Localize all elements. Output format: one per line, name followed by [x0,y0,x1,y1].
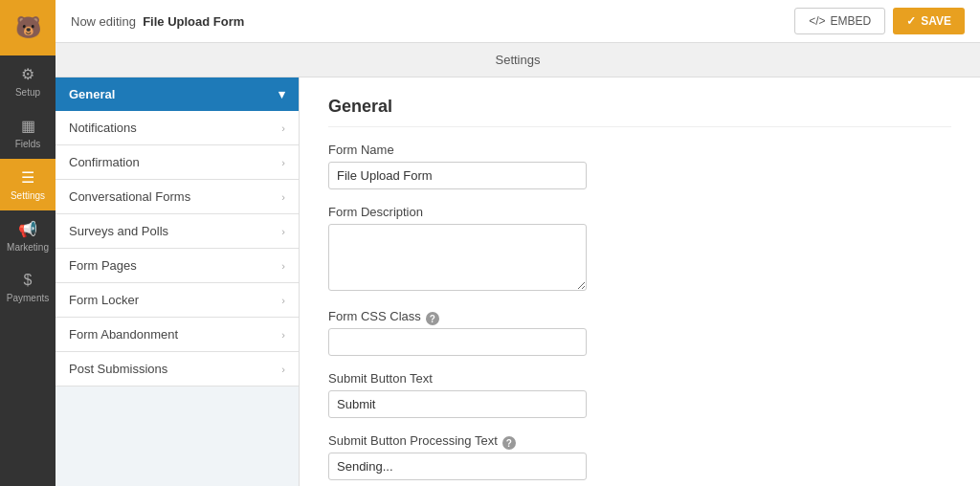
tab-bar: Settings [56,43,980,77]
nav-label-settings: Settings [11,190,45,201]
embed-button[interactable]: </> EMBED [794,8,885,34]
submit-button-text-label: Submit Button Text [328,371,951,386]
chevron-right-icon: › [281,191,285,203]
form-description-group: Form Description [328,205,951,294]
postsubmissions-label: Post Submissions [69,362,167,376]
chevron-right-icon: › [281,295,285,306]
section-confirmation[interactable]: Confirmation › [56,145,299,180]
main-wrapper: Now editing File Upload Form </> EMBED ✓… [56,0,980,486]
chevron-right-icon: › [281,157,285,168]
form-css-info-icon: ? [426,312,439,325]
save-label: SAVE [921,14,951,28]
left-panel: General ▾ Notifications › Confirmation ›… [56,77,300,486]
surveys-label: Surveys and Polls [69,224,168,238]
form-css-class-group: Form CSS Class ? [328,309,951,356]
submit-button-processing-input[interactable] [328,453,587,480]
formpages-label: Form Pages [69,258,137,273]
nav-item-marketing[interactable]: 📢 Marketing [0,210,56,262]
embed-label: EMBED [831,14,872,28]
setup-icon: ⚙ [21,65,34,83]
settings-icon: ☰ [21,168,34,187]
current-tab-label: Settings [496,53,541,67]
section-postsubmissions[interactable]: Post Submissions › [56,352,299,387]
chevron-right-icon: › [281,226,285,237]
conversational-label: Conversational Forms [69,189,190,204]
chevron-right-icon: › [281,329,285,341]
save-button[interactable]: ✓ SAVE [893,8,965,34]
payments-icon: $ [24,272,33,289]
editing-label: Now editing [71,14,136,29]
chevron-down-icon: ▾ [278,87,285,101]
nav-label-marketing: Marketing [7,242,49,253]
nav-label-fields: Fields [15,139,41,149]
nav-item-settings[interactable]: ☰ Settings [0,159,56,210]
marketing-icon: 📢 [18,220,37,238]
form-description-label: Form Description [328,205,951,219]
section-notifications[interactable]: Notifications › [56,111,299,145]
form-title: File Upload Form [143,14,244,29]
processing-info-icon: ? [502,436,516,450]
app-logo: 🐻 [0,0,56,55]
submit-button-processing-label: Submit Button Processing Text [328,433,498,448]
section-formabandonment[interactable]: Form Abandonment › [56,318,299,352]
formlocker-label: Form Locker [69,293,139,307]
form-css-class-label: Form CSS Class [328,309,421,323]
top-bar: Now editing File Upload Form </> EMBED ✓… [56,0,980,43]
notifications-label: Notifications [69,121,137,135]
fields-icon: ▦ [21,117,35,135]
submit-button-text-input[interactable] [328,390,587,418]
confirmation-label: Confirmation [69,155,140,169]
section-conversational[interactable]: Conversational Forms › [56,180,299,214]
section-general[interactable]: General ▾ [56,77,299,111]
form-name-label: Form Name [328,143,951,157]
form-description-input[interactable] [328,224,587,291]
general-label: General [69,87,115,101]
icon-sidebar: 🐻 ⚙ Setup ▦ Fields ☰ Settings 📢 Marketin… [0,0,56,486]
nav-label-setup: Setup [15,87,40,98]
embed-code-icon: </> [809,14,825,28]
form-name-input[interactable] [328,162,587,189]
logo-icon: 🐻 [15,15,41,40]
content-area: General ▾ Notifications › Confirmation ›… [56,77,980,486]
right-panel: General Form Name Form Description Form … [300,77,980,486]
nav-label-payments: Payments [7,293,49,303]
top-bar-title: Now editing File Upload Form [71,14,244,29]
page-heading: General [328,97,951,127]
form-name-group: Form Name [328,143,951,189]
checkmark-icon: ✓ [906,14,916,28]
chevron-right-icon: › [281,364,285,375]
form-css-class-input[interactable] [328,328,587,356]
submit-button-text-group: Submit Button Text [328,371,951,418]
section-formlocker[interactable]: Form Locker › [56,283,299,318]
nav-item-fields[interactable]: ▦ Fields [0,107,56,159]
chevron-right-icon: › [281,122,285,134]
submit-button-processing-group: Submit Button Processing Text ? [328,433,951,480]
formabandonment-label: Form Abandonment [69,327,178,342]
nav-item-payments[interactable]: $ Payments [0,262,56,313]
nav-item-setup[interactable]: ⚙ Setup [0,55,56,107]
section-formpages[interactable]: Form Pages › [56,249,299,283]
section-surveys[interactable]: Surveys and Polls › [56,214,299,249]
top-bar-actions: </> EMBED ✓ SAVE [794,8,965,34]
chevron-right-icon: › [281,260,285,272]
